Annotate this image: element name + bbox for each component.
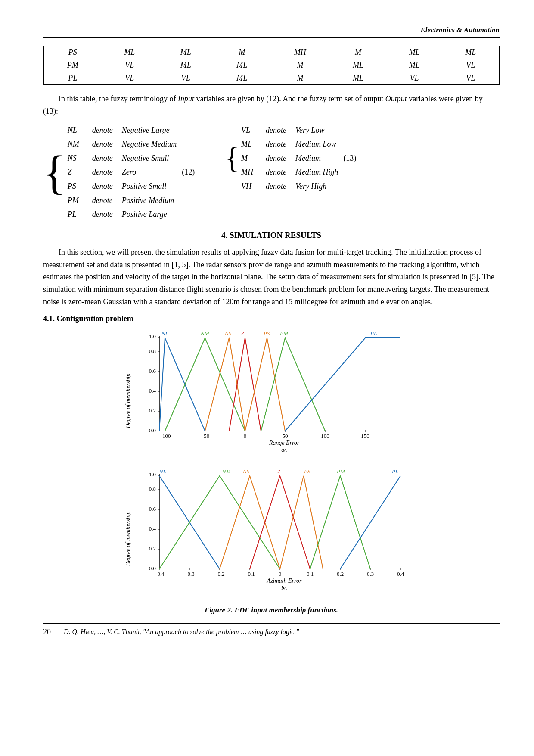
footer-citation: D. Q. Hieu, …, V. C. Thanh, "An approach… bbox=[64, 628, 299, 636]
main-table-wrapper: PSMLMLMMHMMLMLPMVLMLMLMMLMLVLPLVLVLMLMML… bbox=[43, 46, 500, 85]
table-cell: M bbox=[214, 46, 270, 59]
figure2-caption: Figure 2. FDF input membership functions… bbox=[205, 606, 338, 615]
fuzzy-full: Positive Medium bbox=[122, 194, 174, 207]
table-cell: VL bbox=[442, 72, 499, 85]
fuzzy-right-row: VLdenoteVery Low bbox=[241, 124, 338, 137]
chart-b-label-PS: PS bbox=[304, 468, 310, 475]
table-cell: VL bbox=[101, 59, 158, 72]
fuzzy-right-rows: VLdenoteVery LowMLdenoteMedium LowMdenot… bbox=[241, 124, 338, 193]
chart-a: Degree of membership 0.0 0.2 0.4 0.6 0.8… bbox=[125, 328, 418, 461]
fuzzy-full: Positive Small bbox=[122, 180, 166, 193]
table-cell: M bbox=[270, 72, 330, 85]
fuzzy-right-row: MHdenoteMedium High bbox=[241, 166, 338, 179]
fuzzy-notation-block: { NLdenoteNegative LargeNMdenoteNegative… bbox=[43, 124, 500, 221]
svg-text:Range Error: Range Error bbox=[269, 440, 300, 446]
fuzzy-abbr: PM bbox=[68, 194, 83, 207]
fuzzy-denote: denote bbox=[257, 180, 295, 193]
fuzzy-left-row: PLdenotePositive Large bbox=[68, 208, 177, 221]
paragraph-1: In this table, the fuzzy terminology of … bbox=[43, 93, 500, 118]
table-cell: PM bbox=[44, 59, 101, 72]
fuzzy-left-row: NLdenoteNegative Large bbox=[68, 124, 177, 137]
chart-b-label-NS: NS bbox=[242, 468, 250, 475]
fuzzy-abbr: PL bbox=[68, 208, 83, 221]
figures-area: Degree of membership 0.0 0.2 0.4 0.6 0.8… bbox=[43, 328, 500, 615]
svg-text:0.6: 0.6 bbox=[149, 368, 156, 374]
svg-text:Degree of membership: Degree of membership bbox=[125, 373, 131, 428]
table-cell: ML bbox=[442, 46, 499, 59]
chart-a-label-NS: NS bbox=[224, 330, 232, 337]
fuzzy-abbr: NL bbox=[68, 124, 83, 137]
fuzzy-abbr: NM bbox=[68, 137, 83, 151]
chart-b-label-NL: NL bbox=[159, 468, 166, 475]
svg-text:−0.4: −0.4 bbox=[154, 571, 165, 577]
table-cell: VL bbox=[158, 72, 214, 85]
chart-a-label-PL: PL bbox=[370, 330, 377, 337]
table-cell: ML bbox=[101, 46, 158, 59]
page: Electronics & Automation PSMLMLMMHMMLMLP… bbox=[0, 0, 534, 756]
fuzzy-denote: denote bbox=[83, 166, 122, 179]
fuzzy-full: Negative Large bbox=[122, 124, 170, 137]
fuzzy-denote: denote bbox=[83, 124, 122, 137]
table-cell: VL bbox=[386, 72, 443, 85]
svg-text:0.8: 0.8 bbox=[149, 486, 156, 492]
fuzzy-denote: denote bbox=[83, 194, 122, 207]
svg-text:150: 150 bbox=[361, 433, 369, 439]
fuzzy-denote: denote bbox=[83, 180, 122, 193]
svg-text:−0.3: −0.3 bbox=[184, 571, 195, 577]
footer: 20 D. Q. Hieu, …, V. C. Thanh, "An appro… bbox=[43, 623, 500, 637]
svg-text:a/.: a/. bbox=[281, 447, 287, 453]
svg-text:−50: −50 bbox=[201, 433, 209, 439]
fuzzy-right-row: MLdenoteMedium Low bbox=[241, 137, 338, 151]
fuzzy-full: Very High bbox=[295, 180, 326, 193]
chart-b-label-PL: PL bbox=[391, 468, 398, 475]
svg-text:0.1: 0.1 bbox=[307, 571, 314, 577]
footer-page-number: 20 bbox=[43, 628, 51, 637]
fuzzy-left-row: PMdenotePositive Medium bbox=[68, 194, 177, 207]
eq-label-13: (13) bbox=[343, 154, 356, 163]
eq-label-12: (12) bbox=[182, 168, 195, 177]
fuzzy-abbr: M bbox=[241, 152, 257, 165]
chart-a-label-PM: PM bbox=[279, 330, 289, 337]
svg-text:0.4: 0.4 bbox=[149, 525, 156, 532]
svg-text:Degree of membership: Degree of membership bbox=[125, 511, 131, 566]
fuzzy-abbr: VH bbox=[241, 180, 257, 193]
chart-b-label-PM: PM bbox=[336, 468, 345, 475]
fuzzy-left-row: PSdenotePositive Small bbox=[68, 180, 177, 193]
chart-b: Degree of membership 0.0 0.2 0.4 0.6 0.8… bbox=[125, 465, 418, 599]
svg-text:1.0: 1.0 bbox=[149, 471, 156, 478]
svg-text:Azimuth Error: Azimuth Error bbox=[267, 578, 302, 584]
paragraph-2: In this section, we will present the sim… bbox=[43, 246, 500, 308]
svg-text:0.3: 0.3 bbox=[367, 571, 374, 577]
svg-text:0.8: 0.8 bbox=[149, 348, 156, 354]
fuzzy-full: Positive Large bbox=[122, 208, 167, 221]
fuzzy-full: Medium Low bbox=[295, 137, 336, 151]
table-cell: VL bbox=[101, 72, 158, 85]
fuzzy-full: Medium High bbox=[295, 166, 338, 179]
table-cell: M bbox=[330, 46, 386, 59]
svg-text:−0.1: −0.1 bbox=[245, 571, 255, 577]
fuzzy-left: { NLdenoteNegative LargeNMdenoteNegative… bbox=[43, 124, 195, 221]
table-cell: ML bbox=[214, 72, 270, 85]
fuzzy-denote: denote bbox=[83, 152, 122, 165]
fuzzy-right-row: VHdenoteVery High bbox=[241, 180, 338, 193]
svg-text:b/.: b/. bbox=[281, 584, 287, 591]
svg-text:0: 0 bbox=[279, 571, 282, 577]
table-cell: VL bbox=[442, 59, 499, 72]
fuzzy-abbr: PS bbox=[68, 180, 83, 193]
table-cell: PS bbox=[44, 46, 101, 59]
chart-a-label-Z: Z bbox=[241, 330, 245, 337]
table-cell: ML bbox=[386, 59, 443, 72]
fuzzy-left-row: ZdenoteZero bbox=[68, 166, 177, 179]
svg-text:0.2: 0.2 bbox=[149, 407, 156, 414]
table-cell: ML bbox=[158, 59, 214, 72]
main-table: PSMLMLMMHMMLMLPMVLMLMLMMLMLVLPLVLVLMLMML… bbox=[44, 46, 499, 84]
fuzzy-left-row: NSdenoteNegative Small bbox=[68, 152, 177, 165]
table-cell: ML bbox=[330, 72, 386, 85]
table-cell: ML bbox=[214, 59, 270, 72]
fuzzy-left-rows: NLdenoteNegative LargeNMdenoteNegative M… bbox=[68, 124, 177, 221]
chart-b-label-Z: Z bbox=[277, 468, 281, 475]
fuzzy-full: Negative Small bbox=[122, 152, 169, 165]
chart-a-label-PS: PS bbox=[263, 330, 270, 337]
fuzzy-abbr: ML bbox=[241, 137, 257, 151]
svg-text:0.6: 0.6 bbox=[149, 506, 156, 512]
